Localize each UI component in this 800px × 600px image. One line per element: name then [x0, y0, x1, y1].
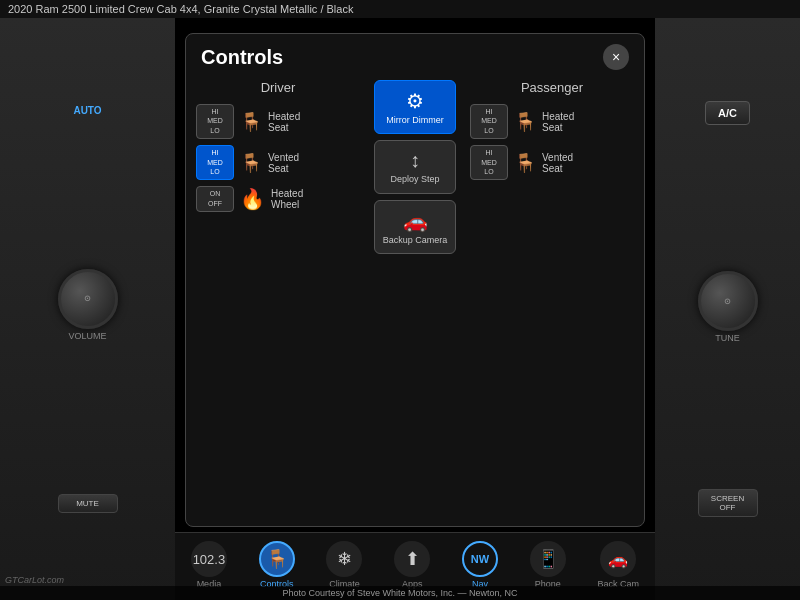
dialog-body: Driver HI MED LO 🪑 Heated Seat HI MED: [186, 75, 644, 526]
top-info-bar: 2020 Ram 2500 Limited Crew Cab 4x4, Gran…: [0, 0, 800, 18]
close-button[interactable]: ×: [603, 44, 629, 70]
mirror-dimmer-button[interactable]: ⚙ Mirror Dimmer: [374, 80, 456, 134]
passenger-title: Passenger: [470, 80, 634, 95]
driver-heated-wheel-row: ON OFF 🔥 Heated Wheel: [196, 186, 360, 212]
middle-column: ⚙ Mirror Dimmer ↕ Deploy Step 🚗 Backup C…: [370, 80, 460, 521]
heated-seat-label: Heated Seat: [268, 111, 300, 133]
vehicle-title: 2020 Ram 2500 Limited Crew Cab 4x4, Gran…: [8, 3, 353, 15]
auto-indicator: AUTO: [73, 105, 101, 116]
passenger-vented-seat-row: HI MED LO 🪑 Vented Seat: [470, 145, 634, 180]
heated-seat-icon: 🪑: [240, 111, 262, 133]
tune-knob-group: ⊙ TUNE: [698, 271, 758, 343]
nav-item-apps[interactable]: ⬆ Apps: [388, 538, 436, 592]
backup-camera-label: Backup Camera: [383, 235, 448, 246]
driver-title: Driver: [196, 80, 360, 95]
back-cam-icon: 🚗: [600, 541, 636, 577]
controls-dialog: Controls × Driver HI MED LO 🪑 Heated Sea…: [185, 33, 645, 527]
nav-item-nav[interactable]: NW Nav: [456, 538, 504, 592]
driver-heated-seat-row: HI MED LO 🪑 Heated Seat: [196, 104, 360, 139]
nav-compass-icon: NW: [462, 541, 498, 577]
passenger-column: Passenger HI MED LO 🪑 Heated Seat HI ME: [470, 80, 634, 521]
passenger-heated-seat-label: Heated Seat: [542, 111, 574, 133]
deploy-step-button[interactable]: ↕ Deploy Step: [374, 140, 456, 194]
climate-icon: ❄: [326, 541, 362, 577]
passenger-heated-seat-row: HI MED LO 🪑 Heated Seat: [470, 104, 634, 139]
deploy-step-label: Deploy Step: [390, 174, 439, 185]
nav-item-media[interactable]: 102.3 Media: [185, 538, 233, 592]
apps-icon: ⬆: [394, 541, 430, 577]
nav-item-back-cam[interactable]: 🚗 Back Cam: [592, 538, 646, 592]
media-icon: 102.3: [191, 541, 227, 577]
passenger-heated-seat-icon: 🪑: [514, 111, 536, 133]
vented-seat-label: Vented Seat: [268, 152, 299, 174]
tune-label: TUNE: [715, 333, 740, 343]
gtcarlot-watermark: GTCarLot.com: [5, 575, 64, 585]
phone-icon: 📱: [530, 541, 566, 577]
nav-item-phone[interactable]: 📱 Phone: [524, 538, 572, 592]
heated-wheel-label: Heated Wheel: [271, 188, 303, 210]
mute-button-group: MUTE: [58, 494, 118, 513]
dialog-title: Controls: [201, 46, 283, 69]
mute-button[interactable]: MUTE: [58, 494, 118, 513]
volume-label: VOLUME: [68, 331, 106, 341]
heated-wheel-icon: 🔥: [240, 187, 265, 211]
ac-button[interactable]: A/C: [705, 101, 750, 125]
controls-icon: 🪑: [259, 541, 295, 577]
passenger-vented-seat-level[interactable]: HI MED LO: [470, 145, 508, 180]
passenger-heated-seat-level[interactable]: HI MED LO: [470, 104, 508, 139]
screen-off-button[interactable]: SCREEN OFF: [698, 489, 758, 517]
passenger-vented-seat-label: Vented Seat: [542, 152, 573, 174]
passenger-vented-seat-icon: 🪑: [514, 152, 536, 174]
volume-knob[interactable]: ⊙: [58, 269, 118, 329]
nav-item-climate[interactable]: ❄ Climate: [320, 538, 368, 592]
mirror-dimmer-label: Mirror Dimmer: [386, 115, 444, 126]
driver-vented-seat-level[interactable]: HI MED LO: [196, 145, 234, 180]
driver-column: Driver HI MED LO 🪑 Heated Seat HI MED: [196, 80, 360, 521]
dialog-header: Controls ×: [186, 34, 644, 75]
volume-knob-group: ⊙ VOLUME: [58, 269, 118, 341]
vented-seat-icon: 🪑: [240, 152, 262, 174]
right-physical-controls: A/C ⊙ TUNE SCREEN OFF: [655, 18, 800, 600]
driver-heated-seat-level[interactable]: HI MED LO: [196, 104, 234, 139]
driver-vented-seat-row: HI MED LO 🪑 Vented Seat: [196, 145, 360, 180]
backup-camera-button[interactable]: 🚗 Backup Camera: [374, 200, 456, 254]
photo-credit: Photo Courtesy of Steve White Motors, In…: [0, 586, 800, 600]
nav-item-controls[interactable]: 🪑 Controls: [253, 538, 301, 592]
left-physical-controls: AUTO ⊙ VOLUME MUTE: [0, 18, 175, 600]
center-screen: Controls × Driver HI MED LO 🪑 Heated Sea…: [175, 18, 655, 600]
driver-heated-wheel-level[interactable]: ON OFF: [196, 186, 234, 212]
tune-knob[interactable]: ⊙: [698, 271, 758, 331]
